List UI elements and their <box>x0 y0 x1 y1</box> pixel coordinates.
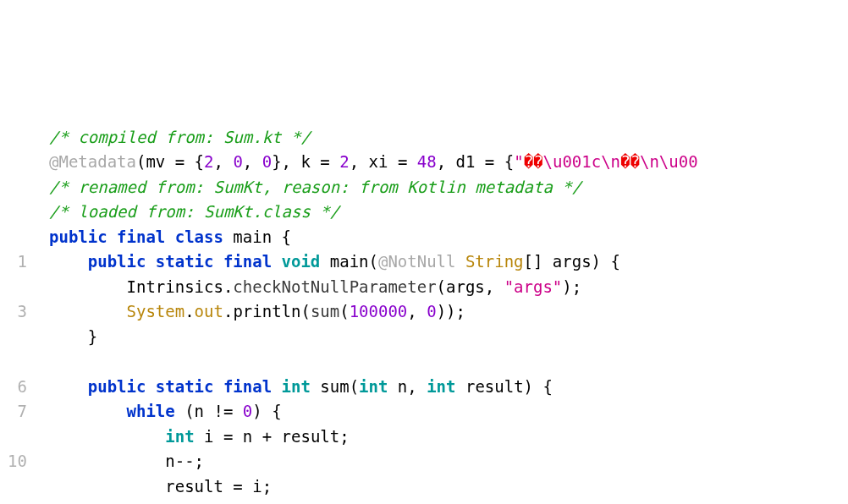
code-line: public static final int sum(int n, int r… <box>49 377 553 396</box>
escape-char: �� <box>524 152 543 171</box>
code-line: while (n != 0) { <box>49 402 282 420</box>
code-line: @Metadata(mv = {2, 0, 0}, k = 2, xi = 48… <box>49 152 698 171</box>
brace: } <box>88 327 97 346</box>
code-text: ( <box>339 302 349 320</box>
code-text: . <box>184 302 194 320</box>
number: 0 <box>262 152 272 171</box>
keyword: public static final <box>88 377 282 396</box>
code-text: result = i; <box>165 477 272 496</box>
string: \n\u00 <box>640 152 698 171</box>
type: int <box>165 427 194 446</box>
code-line: n--; <box>49 452 204 470</box>
type: String <box>465 252 524 271</box>
code-line: public final class main { <box>49 227 291 246</box>
keyword: while <box>127 402 175 420</box>
code-editor: 1 3 6 7 10 8 /* compiled from: Sum.kt */… <box>0 100 848 504</box>
string: \u001c\n <box>543 152 621 171</box>
code-text: }, k = <box>272 152 339 171</box>
code-text: (n != <box>175 402 243 420</box>
code-text: Intrinsics. <box>127 277 234 296</box>
escape-char: �� <box>620 152 640 171</box>
code-text: [] args) { <box>524 252 620 271</box>
keyword: public static final <box>88 252 282 271</box>
string: " <box>514 152 523 171</box>
code-text: , xi = <box>350 152 417 171</box>
code-line: public static final void main(@NotNull S… <box>49 252 620 271</box>
comment: /* compiled from: Sum.kt */ <box>49 128 311 146</box>
type: void <box>282 252 321 271</box>
code-line: result = i; <box>49 477 272 496</box>
string: "args" <box>504 277 563 296</box>
code-text: n, <box>388 377 427 396</box>
code-line: Intrinsics.checkNotNullParameter(args, "… <box>49 277 581 296</box>
code-text: (mv = { <box>136 152 204 171</box>
code-text: , <box>213 152 233 171</box>
type: int <box>282 377 311 396</box>
comment: /* loaded from: SumKt.class */ <box>49 202 339 221</box>
code-text: )); <box>437 302 465 320</box>
annotation: @NotNull <box>378 252 465 271</box>
code-line: System.out.println(sum(100000, 0)); <box>49 302 465 320</box>
gutter-line: 3 <box>18 302 27 320</box>
code-content[interactable]: /* compiled from: Sum.kt */ @Metadata(mv… <box>36 100 848 504</box>
code-text: , <box>407 302 427 320</box>
code-text: ); <box>562 277 581 296</box>
field: out <box>195 302 223 320</box>
number: 0 <box>243 402 252 420</box>
comment: /* renamed from: SumKt, reason: from Kot… <box>49 178 581 196</box>
code-text: .println( <box>223 302 311 320</box>
code-line: /* renamed from: SumKt, reason: from Kot… <box>49 178 581 196</box>
gutter-line: 6 <box>18 377 27 396</box>
number: 0 <box>427 302 436 320</box>
gutter-line: 7 <box>18 402 27 420</box>
method-call: sum <box>311 302 339 320</box>
number: 2 <box>339 152 349 171</box>
number: 2 <box>204 152 213 171</box>
code-text: i = n + result; <box>195 427 350 446</box>
code-line: /* compiled from: Sum.kt */ <box>49 128 311 146</box>
type: int <box>427 377 455 396</box>
code-text: ) { <box>252 402 281 420</box>
method-name: main( <box>320 252 378 271</box>
code-line: int i = n + result; <box>49 427 350 446</box>
number: 0 <box>233 152 242 171</box>
code-text: result) { <box>456 377 553 396</box>
code-text: , d1 = { <box>437 152 515 171</box>
code-text: (args, <box>437 277 504 296</box>
number: 48 <box>417 152 437 171</box>
number: 100000 <box>350 302 408 320</box>
class-name: main { <box>223 227 291 246</box>
gutter-line: 1 <box>18 252 27 271</box>
class-ref: System <box>127 302 185 320</box>
code-line: /* loaded from: SumKt.class */ <box>49 202 339 221</box>
code-line: } <box>49 327 97 346</box>
annotation: @Metadata <box>49 152 136 171</box>
method-call: checkNotNullParameter <box>233 277 436 296</box>
type: int <box>359 377 388 396</box>
method-name: sum( <box>311 377 359 396</box>
line-gutter: 1 3 6 7 10 8 <box>0 100 36 504</box>
code-text: , <box>243 152 262 171</box>
keyword: public final class <box>49 227 223 246</box>
code-text: n--; <box>165 452 204 470</box>
gutter-line: 10 <box>8 452 27 470</box>
